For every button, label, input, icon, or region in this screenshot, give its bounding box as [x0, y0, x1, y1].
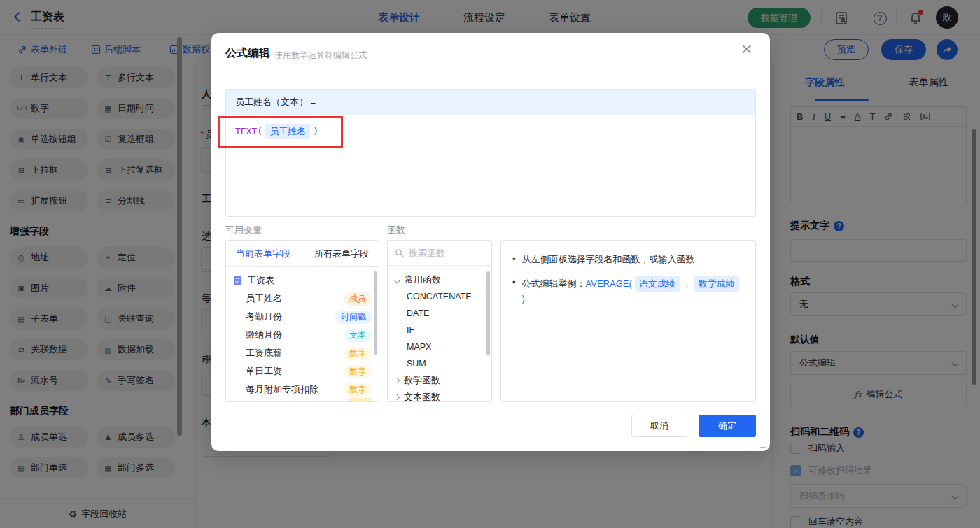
app-root: 工资表 表单设计 流程设定 表单设置 数据管理 ? 政: [0, 0, 980, 528]
functions-scrollbar[interactable]: [486, 271, 490, 355]
variable-row[interactable]: 缴纳月份文本: [226, 326, 379, 344]
formula-editor: 员工姓名（文本） = TEXT(员工姓名): [225, 89, 756, 217]
formula-help-panel: • 从左侧面板选择字段名和函数，或输入函数 • 公式编辑举例：AVERAGE(语…: [500, 240, 756, 402]
function-item[interactable]: IF: [388, 322, 491, 338]
variables-label: 可用变量: [225, 224, 262, 236]
variable-row[interactable]: 考勤月份时间戳: [226, 308, 379, 326]
variable-row[interactable]: 员工姓名成员: [226, 290, 379, 308]
cancel-button[interactable]: 取消: [631, 415, 687, 437]
formula-target: 员工姓名（文本） =: [226, 90, 755, 115]
tab-all-form-fields[interactable]: 所有表单字段: [314, 248, 369, 260]
function-item[interactable]: DATE: [388, 305, 491, 322]
type-badge: 数字: [344, 347, 372, 360]
tab-current-form-fields[interactable]: 当前表单字段: [236, 248, 290, 260]
type-badge: 数字: [344, 383, 372, 397]
formula-edit-modal: 公式编辑 使用数学运算符编辑公式 × 员工姓名（文本） = TEXT(员工姓名)…: [211, 33, 770, 451]
modal-title: 公式编辑: [225, 46, 270, 61]
variable-row[interactable]: 单日工资数字: [226, 362, 379, 380]
example-function: AVERAGE(: [586, 278, 632, 289]
form-doc-icon: [233, 276, 242, 285]
function-item[interactable]: MAPX: [388, 338, 491, 355]
chevron-right-icon: [394, 394, 400, 400]
example-field-chip: 数学成绩: [694, 276, 739, 292]
variables-panel: 当前表单字段 所有表单字段 工资表 员工姓名成员 考勤月份时间戳 缴纳月份文本 …: [225, 240, 379, 402]
group-common-functions[interactable]: 常用函数: [388, 271, 491, 288]
function-item[interactable]: CONCATENATE: [388, 288, 491, 305]
help-line-1: • 从左侧面板选择字段名和函数，或输入函数: [512, 252, 744, 266]
formula-close-paren: ): [313, 126, 318, 136]
partial-badge: [348, 398, 372, 401]
type-badge: 时间戳: [335, 311, 372, 324]
close-icon[interactable]: ×: [741, 41, 753, 57]
functions-label: 函数: [387, 224, 405, 236]
formula-code-area[interactable]: TEXT(员工姓名): [226, 115, 755, 148]
type-badge: 成员: [344, 292, 372, 306]
type-badge: 数字: [344, 365, 372, 378]
functions-panel: 常用函数 CONCATENATE DATE IF MAPX SUM 数学函数 文…: [387, 240, 492, 402]
variable-row[interactable]: 每月附加专项扣除数字: [226, 380, 379, 399]
confirm-button[interactable]: 确定: [699, 415, 756, 437]
search-icon: [395, 248, 404, 257]
group-math-functions[interactable]: 数学函数: [388, 372, 491, 389]
function-search-input[interactable]: [409, 248, 479, 258]
variables-scrollbar[interactable]: [374, 271, 377, 355]
type-badge: 文本: [344, 329, 372, 342]
variable-row[interactable]: 工资底薪数字: [226, 344, 379, 362]
chevron-down-icon: [394, 276, 401, 283]
function-search[interactable]: [388, 241, 491, 266]
form-node[interactable]: 工资表: [226, 271, 379, 290]
modal-resize-handle[interactable]: [760, 441, 766, 448]
example-field-chip: 语文成绩: [635, 276, 680, 292]
help-line-2: • 公式编辑举例：AVERAGE(语文成绩，数学成绩): [512, 276, 744, 306]
modal-subtitle: 使用数学运算符编辑公式: [274, 50, 367, 62]
group-text-functions[interactable]: 文本函数: [388, 389, 491, 402]
chevron-right-icon: [394, 378, 400, 383]
formula-field-chip[interactable]: 员工姓名: [265, 124, 310, 139]
function-item[interactable]: SUM: [388, 355, 491, 372]
formula-function: TEXT(: [235, 126, 262, 136]
